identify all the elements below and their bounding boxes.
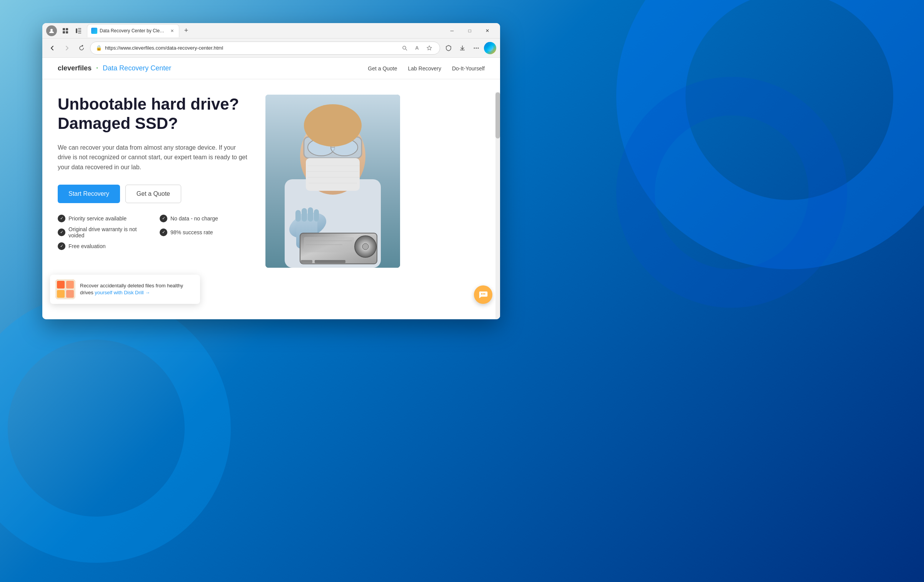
check-icon-warranty: ✓ (58, 228, 65, 236)
check-icon-priority: ✓ (58, 215, 65, 222)
feature-free-eval: ✓ Free evaluation (58, 242, 148, 250)
feature-warranty: ✓ Original drive warranty is not voided (58, 226, 148, 238)
sidebar-toggle[interactable] (73, 25, 84, 36)
downloads-button[interactable] (456, 42, 469, 54)
chat-button[interactable] (474, 285, 492, 304)
hero-content: Unbootable hard drive? Damaged SSD? We c… (58, 95, 250, 250)
close-button[interactable]: ✕ (479, 25, 496, 37)
read-aloud-button[interactable]: A (412, 43, 422, 53)
refresh-button[interactable] (75, 42, 88, 54)
window-controls: ─ □ ✕ (443, 25, 496, 37)
address-actions: A (400, 43, 434, 53)
scrollbar-thumb[interactable] (495, 92, 500, 138)
hero-title: Unbootable hard drive? Damaged SSD? (58, 95, 250, 133)
svg-rect-43 (301, 260, 312, 263)
technician-background (265, 95, 400, 268)
site-nav: Get a Quote Lab Recovery Do-It-Yourself (368, 65, 485, 72)
svg-rect-33 (295, 210, 301, 222)
feature-priority-text: Priority service available (68, 215, 127, 222)
minimize-button[interactable]: ─ (443, 25, 461, 37)
svg-rect-5 (76, 28, 77, 33)
url-text: https://www.cleverfiles.com/data-recover… (105, 45, 397, 51)
logo-subtitle: Data Recovery Center (103, 64, 171, 72)
features-list: ✓ Priority service available ✓ No data -… (58, 215, 250, 250)
nav-lab-recovery[interactable]: Lab Recovery (408, 65, 441, 72)
feature-success-rate: ✓ 98% success rate (160, 226, 250, 238)
svg-rect-1 (63, 28, 65, 30)
tab-title: Data Recovery Center by CleverFi (100, 28, 167, 33)
hero-description: We can recover your data from almost any… (58, 143, 250, 172)
lock-icon: 🔒 (96, 45, 102, 51)
maximize-button[interactable]: □ (461, 25, 479, 37)
svg-rect-48 (57, 290, 65, 298)
browser-guard-button[interactable] (442, 42, 455, 54)
check-icon-free: ✓ (58, 242, 65, 250)
feature-free-text: Free evaluation (68, 243, 106, 249)
scrollbar-track (495, 92, 500, 319)
web-content: cleverfiles · Data Recovery Center Get a… (42, 58, 500, 319)
svg-point-15 (478, 47, 479, 48)
hero-image (265, 95, 400, 268)
technician-illustration (265, 95, 400, 268)
svg-point-16 (487, 45, 494, 52)
toolbar-right (442, 42, 496, 54)
favorites-button[interactable] (424, 43, 434, 53)
svg-rect-34 (302, 208, 307, 222)
title-bar: Data Recovery Center by CleverFi ✕ + ─ □… (42, 23, 500, 38)
svg-rect-46 (57, 281, 65, 288)
forward-button[interactable] (61, 42, 73, 54)
address-bar[interactable]: 🔒 https://www.cleverfiles.com/data-recov… (90, 42, 440, 55)
notification-link[interactable]: yourself with Disk Drill → (95, 290, 150, 295)
site-logo: cleverfiles · Data Recovery Center (58, 64, 171, 72)
more-button[interactable] (470, 42, 482, 54)
tab-close-button[interactable]: ✕ (169, 28, 175, 34)
svg-rect-26 (306, 158, 360, 191)
bg-decoration-2 (0, 294, 231, 563)
svg-rect-36 (314, 209, 319, 222)
site-header: cleverfiles · Data Recovery Center Get a… (42, 58, 500, 79)
logo-separator: · (96, 64, 98, 72)
tab-favicon (91, 28, 97, 34)
svg-point-10 (403, 46, 406, 49)
hero-buttons: Start Recovery Get a Quote (58, 185, 250, 203)
nav-get-a-quote[interactable]: Get a Quote (368, 65, 397, 72)
start-recovery-button[interactable]: Start Recovery (58, 185, 120, 203)
svg-rect-3 (63, 31, 65, 33)
title-bar-controls (46, 25, 84, 36)
svg-rect-44 (315, 260, 345, 263)
back-button[interactable] (46, 42, 58, 54)
nav-do-it-yourself[interactable]: Do-It-Yourself (452, 65, 485, 72)
get-a-quote-button[interactable]: Get a Quote (125, 185, 181, 203)
check-icon-no-data: ✓ (160, 215, 167, 222)
feature-warranty-text: Original drive warranty is not voided (68, 226, 148, 238)
tabs-area: Data Recovery Center by CleverFi ✕ + (87, 24, 443, 37)
svg-point-25 (304, 104, 362, 147)
svg-point-50 (481, 294, 482, 295)
new-tab-button[interactable]: + (181, 25, 192, 36)
profile-icon[interactable] (46, 25, 57, 36)
svg-point-13 (474, 47, 475, 48)
feature-no-data-text: No data - no charge (170, 215, 218, 222)
feature-success-text: 98% success rate (170, 229, 213, 235)
svg-rect-2 (66, 28, 68, 30)
svg-rect-49 (66, 290, 74, 298)
notification-icon (55, 279, 75, 299)
svg-rect-35 (308, 207, 313, 222)
notification-bar: Recover accidentally deleted files from … (50, 275, 200, 304)
svg-point-0 (50, 29, 53, 31)
feature-no-data: ✓ No data - no charge (160, 215, 250, 222)
svg-rect-47 (66, 281, 74, 288)
edge-logo (484, 42, 496, 54)
feature-priority: ✓ Priority service available (58, 215, 148, 222)
svg-point-14 (476, 47, 477, 48)
nav-bar: 🔒 https://www.cleverfiles.com/data-recov… (42, 38, 500, 58)
browser-window: Data Recovery Center by CleverFi ✕ + ─ □… (42, 23, 500, 319)
svg-point-52 (484, 294, 485, 295)
bg-decoration-3 (616, 77, 847, 308)
search-address-button[interactable] (400, 43, 410, 53)
logo-brand: cleverfiles (58, 64, 92, 72)
svg-point-39 (362, 243, 369, 250)
svg-point-51 (483, 294, 484, 295)
extensions-icon[interactable] (60, 25, 71, 36)
browser-tab-active[interactable]: Data Recovery Center by CleverFi ✕ (87, 24, 179, 37)
